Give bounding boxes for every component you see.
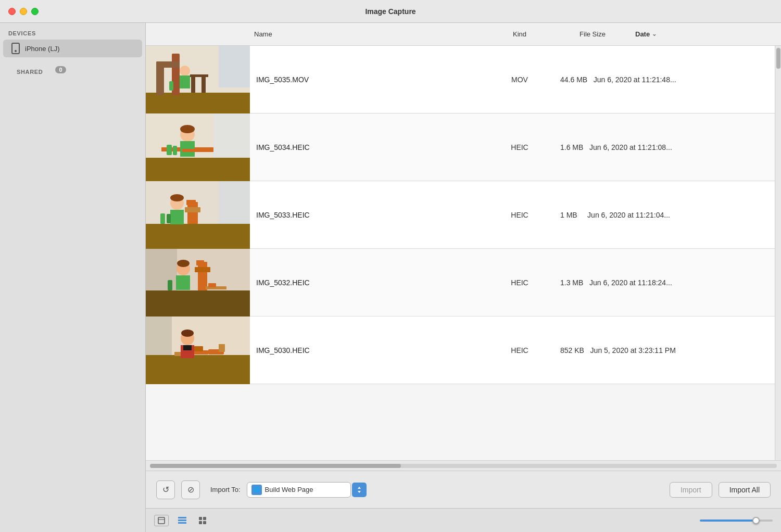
svg-rect-37 xyxy=(146,288,250,316)
file-kind: HEIC xyxy=(483,211,556,219)
file-thumbnail xyxy=(146,113,250,181)
iphone-label: iPhone (LJ) xyxy=(25,45,59,53)
col-filesize-header[interactable]: File Size xyxy=(556,30,629,38)
titlebar: Image Capture xyxy=(0,0,781,23)
shared-badge: 0 xyxy=(55,66,66,73)
zoom-slider[interactable] xyxy=(700,520,773,522)
dropdown-arrow-button[interactable] xyxy=(352,483,367,497)
sidebar-item-iphone[interactable]: iPhone (LJ) xyxy=(3,40,142,57)
svg-rect-68 xyxy=(199,521,202,524)
table-row[interactable]: IMG_5033.HEIC HEIC 1 MB Jun 6, 2020 at 1… xyxy=(146,181,775,249)
file-size-date: 1 MB Jun 6, 2020 at 11:21:04... xyxy=(556,211,775,219)
file-thumbnail xyxy=(146,46,250,113)
horizontal-scrollbar[interactable] xyxy=(146,460,781,471)
col-name-header[interactable]: Name xyxy=(250,30,483,38)
svg-rect-28 xyxy=(187,202,198,224)
svg-rect-8 xyxy=(191,77,195,93)
import-destination-control[interactable]: 🌐 Build Web Page xyxy=(247,482,367,498)
svg-rect-14 xyxy=(146,155,250,181)
file-kind: HEIC xyxy=(483,278,556,287)
svg-rect-12 xyxy=(169,81,173,91)
file-size-date: 44.6 MB Jun 6, 2020 at 11:21:48... xyxy=(556,75,775,84)
list-view-button[interactable] xyxy=(175,515,190,526)
window-title: Image Capture xyxy=(365,7,415,16)
svg-rect-61 xyxy=(183,345,192,350)
file-thumbnail xyxy=(146,316,250,384)
svg-rect-9 xyxy=(201,77,206,93)
col-kind-header[interactable]: Kind xyxy=(483,30,556,38)
vertical-scrollbar[interactable] xyxy=(775,46,781,460)
svg-rect-33 xyxy=(170,210,184,224)
import-to-dropdown[interactable]: 🌐 Build Web Page xyxy=(247,482,351,498)
scrollbar-thumb-h[interactable] xyxy=(150,464,401,468)
svg-rect-57 xyxy=(219,344,225,352)
svg-rect-42 xyxy=(196,260,204,265)
destination-icon: 🌐 xyxy=(251,485,262,495)
file-thumbnail xyxy=(146,249,250,316)
svg-point-32 xyxy=(170,194,184,201)
col-date-header[interactable]: Date ⌄ xyxy=(629,30,775,38)
import-destination-label: Build Web Page xyxy=(265,486,346,493)
file-list-container: IMG_5035.MOV MOV 44.6 MB Jun 6, 2020 at … xyxy=(146,46,781,460)
import-all-button[interactable]: Import All xyxy=(719,482,771,498)
svg-rect-29 xyxy=(185,207,200,212)
grid-view-button[interactable] xyxy=(196,515,210,526)
svg-rect-30 xyxy=(186,200,196,205)
table-row[interactable]: IMG_5034.HEIC HEIC 1.6 MB Jun 6, 2020 at… xyxy=(146,113,775,181)
svg-rect-27 xyxy=(219,181,250,224)
svg-rect-52 xyxy=(146,316,172,355)
file-name: IMG_5030.HEIC xyxy=(250,346,483,354)
main-layout: DEVICES iPhone (LJ) SHARED 0 Name Kind F… xyxy=(0,23,781,532)
scrollbar-track[interactable] xyxy=(150,464,777,468)
svg-rect-6 xyxy=(156,61,180,68)
devices-section-header: DEVICES xyxy=(0,23,145,40)
column-headers: Name Kind File Size Date ⌄ xyxy=(146,23,781,46)
window-controls[interactable] xyxy=(8,8,39,15)
table-row[interactable]: IMG_5032.HEIC HEIC 1.3 MB Jun 6, 2020 at… xyxy=(146,249,775,316)
svg-rect-3 xyxy=(219,46,250,87)
import-button[interactable]: Import xyxy=(670,482,712,498)
svg-rect-22 xyxy=(173,146,177,155)
svg-rect-40 xyxy=(198,262,207,290)
svg-rect-63 xyxy=(178,517,186,518)
svg-point-59 xyxy=(181,330,194,337)
svg-rect-11 xyxy=(180,75,190,88)
expand-button[interactable] xyxy=(154,515,169,526)
file-size-date: 1.6 MB Jun 6, 2020 at 11:21:08... xyxy=(556,143,775,151)
shared-header: SHARED xyxy=(8,61,51,78)
refresh-button[interactable]: ↺ xyxy=(156,480,175,499)
svg-rect-34 xyxy=(160,213,165,224)
svg-rect-25 xyxy=(146,222,250,249)
sidebar: DEVICES iPhone (LJ) SHARED 0 xyxy=(0,23,146,532)
table-row[interactable]: IMG_5030.HEIC HEIC 852 KB Jun 5, 2020 at… xyxy=(146,316,775,384)
file-list[interactable]: IMG_5035.MOV MOV 44.6 MB Jun 6, 2020 at … xyxy=(146,46,775,460)
svg-rect-23 xyxy=(182,149,213,152)
svg-rect-62 xyxy=(158,517,165,524)
zoom-thumb[interactable] xyxy=(752,517,760,524)
svg-rect-65 xyxy=(178,522,186,524)
svg-rect-35 xyxy=(167,214,171,223)
bottom-toolbar: ↺ ⊘ Import To: 🌐 Build Web Page Import I… xyxy=(146,471,781,508)
svg-point-44 xyxy=(177,260,190,267)
svg-rect-21 xyxy=(167,145,172,155)
svg-rect-69 xyxy=(203,521,206,524)
svg-rect-48 xyxy=(208,283,216,287)
stop-button[interactable]: ⊘ xyxy=(181,480,200,499)
iphone-icon xyxy=(11,43,20,54)
table-row[interactable]: IMG_5035.MOV MOV 44.6 MB Jun 6, 2020 at … xyxy=(146,46,775,113)
minimize-button[interactable] xyxy=(20,8,27,15)
scrollbar-thumb[interactable] xyxy=(776,48,780,69)
svg-rect-41 xyxy=(195,267,210,272)
shared-section: SHARED 0 xyxy=(0,57,145,82)
maximize-button[interactable] xyxy=(31,8,39,15)
svg-point-19 xyxy=(180,125,195,133)
file-kind: HEIC xyxy=(483,346,556,354)
zoom-track[interactable] xyxy=(700,520,773,522)
bottom-bar xyxy=(146,508,781,532)
file-kind: MOV xyxy=(483,75,556,84)
svg-rect-50 xyxy=(146,353,250,384)
svg-rect-7 xyxy=(190,74,208,77)
close-button[interactable] xyxy=(8,8,16,15)
file-name: IMG_5032.HEIC xyxy=(250,278,483,287)
svg-rect-64 xyxy=(178,520,186,521)
